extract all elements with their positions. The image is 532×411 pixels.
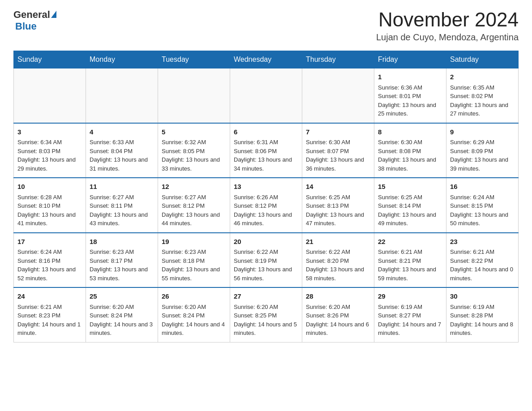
day-info: Sunrise: 6:19 AM Sunset: 8:27 PM Dayligh… [378, 303, 442, 338]
day-number: 10 [17, 182, 82, 192]
day-number: 27 [234, 291, 298, 302]
calendar-cell: 15Sunrise: 6:25 AM Sunset: 8:14 PM Dayli… [374, 178, 446, 233]
day-info: Sunrise: 6:21 AM Sunset: 8:22 PM Dayligh… [450, 248, 515, 283]
day-number: 26 [162, 291, 226, 302]
day-number: 22 [378, 237, 442, 247]
calendar-cell: 24Sunrise: 6:21 AM Sunset: 8:23 PM Dayli… [14, 287, 86, 342]
calendar-cell: 7Sunrise: 6:30 AM Sunset: 8:07 PM Daylig… [302, 123, 374, 178]
day-number: 24 [17, 291, 82, 302]
column-header-friday: Friday [374, 51, 446, 68]
day-info: Sunrise: 6:20 AM Sunset: 8:24 PM Dayligh… [162, 303, 226, 338]
day-info: Sunrise: 6:35 AM Sunset: 8:02 PM Dayligh… [450, 83, 515, 118]
day-info: Sunrise: 6:32 AM Sunset: 8:05 PM Dayligh… [162, 138, 226, 173]
logo-triangle-icon [51, 11, 56, 18]
calendar-cell: 17Sunrise: 6:24 AM Sunset: 8:16 PM Dayli… [14, 233, 86, 288]
day-info: Sunrise: 6:30 AM Sunset: 8:07 PM Dayligh… [306, 138, 370, 173]
column-header-tuesday: Tuesday [158, 51, 230, 68]
day-info: Sunrise: 6:20 AM Sunset: 8:26 PM Dayligh… [306, 303, 370, 338]
title-area: November 2024 Lujan de Cuyo, Mendoza, Ar… [376, 9, 519, 43]
calendar-cell: 3Sunrise: 6:34 AM Sunset: 8:03 PM Daylig… [14, 123, 86, 178]
calendar-cell: 5Sunrise: 6:32 AM Sunset: 8:05 PM Daylig… [158, 123, 230, 178]
day-info: Sunrise: 6:30 AM Sunset: 8:08 PM Dayligh… [378, 138, 442, 173]
day-info: Sunrise: 6:25 AM Sunset: 8:13 PM Dayligh… [306, 193, 370, 228]
calendar-cell: 1Sunrise: 6:36 AM Sunset: 8:01 PM Daylig… [374, 68, 446, 123]
day-number: 6 [234, 127, 298, 137]
calendar-cell: 11Sunrise: 6:27 AM Sunset: 8:11 PM Dayli… [86, 178, 158, 233]
day-info: Sunrise: 6:21 AM Sunset: 8:23 PM Dayligh… [17, 303, 82, 338]
day-info: Sunrise: 6:21 AM Sunset: 8:21 PM Dayligh… [378, 248, 442, 283]
day-info: Sunrise: 6:31 AM Sunset: 8:06 PM Dayligh… [234, 138, 298, 173]
calendar-cell: 4Sunrise: 6:33 AM Sunset: 8:04 PM Daylig… [86, 123, 158, 178]
day-number: 12 [162, 182, 226, 192]
calendar-cell: 12Sunrise: 6:27 AM Sunset: 8:12 PM Dayli… [158, 178, 230, 233]
calendar-cell [86, 68, 158, 123]
day-info: Sunrise: 6:28 AM Sunset: 8:10 PM Dayligh… [17, 193, 82, 228]
day-info: Sunrise: 6:19 AM Sunset: 8:28 PM Dayligh… [450, 303, 515, 338]
calendar-week-row: 10Sunrise: 6:28 AM Sunset: 8:10 PM Dayli… [14, 178, 519, 233]
calendar-cell: 2Sunrise: 6:35 AM Sunset: 8:02 PM Daylig… [446, 68, 519, 123]
day-number: 14 [306, 182, 370, 192]
column-header-thursday: Thursday [302, 51, 374, 68]
day-info: Sunrise: 6:36 AM Sunset: 8:01 PM Dayligh… [378, 83, 442, 118]
logo: General Blue [13, 9, 56, 32]
day-info: Sunrise: 6:20 AM Sunset: 8:24 PM Dayligh… [90, 303, 154, 338]
day-info: Sunrise: 6:27 AM Sunset: 8:11 PM Dayligh… [90, 193, 154, 228]
day-info: Sunrise: 6:34 AM Sunset: 8:03 PM Dayligh… [17, 138, 82, 173]
day-number: 7 [306, 127, 370, 137]
day-info: Sunrise: 6:20 AM Sunset: 8:25 PM Dayligh… [234, 303, 298, 338]
day-info: Sunrise: 6:33 AM Sunset: 8:04 PM Dayligh… [90, 138, 154, 173]
day-number: 29 [378, 291, 442, 302]
calendar-cell: 29Sunrise: 6:19 AM Sunset: 8:27 PM Dayli… [374, 287, 446, 342]
day-number: 3 [17, 127, 82, 137]
calendar-header-row: SundayMondayTuesdayWednesdayThursdayFrid… [14, 51, 519, 68]
calendar-cell: 19Sunrise: 6:23 AM Sunset: 8:18 PM Dayli… [158, 233, 230, 288]
day-number: 23 [450, 237, 515, 247]
calendar-table: SundayMondayTuesdayWednesdayThursdayFrid… [13, 51, 519, 342]
day-number: 2 [450, 72, 515, 82]
day-info: Sunrise: 6:22 AM Sunset: 8:20 PM Dayligh… [306, 248, 370, 283]
day-number: 9 [450, 127, 515, 137]
calendar-cell: 9Sunrise: 6:29 AM Sunset: 8:09 PM Daylig… [446, 123, 519, 178]
day-info: Sunrise: 6:29 AM Sunset: 8:09 PM Dayligh… [450, 138, 515, 173]
column-header-monday: Monday [86, 51, 158, 68]
day-info: Sunrise: 6:26 AM Sunset: 8:12 PM Dayligh… [234, 193, 298, 228]
day-info: Sunrise: 6:23 AM Sunset: 8:17 PM Dayligh… [90, 248, 154, 283]
calendar-week-row: 1Sunrise: 6:36 AM Sunset: 8:01 PM Daylig… [14, 68, 519, 123]
calendar-cell: 26Sunrise: 6:20 AM Sunset: 8:24 PM Dayli… [158, 287, 230, 342]
calendar-cell: 6Sunrise: 6:31 AM Sunset: 8:06 PM Daylig… [230, 123, 302, 178]
day-number: 13 [234, 182, 298, 192]
day-info: Sunrise: 6:23 AM Sunset: 8:18 PM Dayligh… [162, 248, 226, 283]
day-info: Sunrise: 6:24 AM Sunset: 8:15 PM Dayligh… [450, 193, 515, 228]
day-number: 8 [378, 127, 442, 137]
calendar-cell: 20Sunrise: 6:22 AM Sunset: 8:19 PM Dayli… [230, 233, 302, 288]
calendar-week-row: 17Sunrise: 6:24 AM Sunset: 8:16 PM Dayli… [14, 233, 519, 288]
calendar-cell: 25Sunrise: 6:20 AM Sunset: 8:24 PM Dayli… [86, 287, 158, 342]
calendar-cell [302, 68, 374, 123]
day-number: 11 [90, 182, 154, 192]
day-number: 17 [17, 237, 82, 247]
day-number: 1 [378, 72, 442, 82]
page-header: General Blue November 2024 Lujan de Cuyo… [13, 9, 519, 43]
day-info: Sunrise: 6:25 AM Sunset: 8:14 PM Dayligh… [378, 193, 442, 228]
calendar-cell: 18Sunrise: 6:23 AM Sunset: 8:17 PM Dayli… [86, 233, 158, 288]
day-number: 4 [90, 127, 154, 137]
calendar-cell: 14Sunrise: 6:25 AM Sunset: 8:13 PM Dayli… [302, 178, 374, 233]
month-title: November 2024 [376, 9, 519, 30]
day-number: 25 [90, 291, 154, 302]
calendar-cell: 16Sunrise: 6:24 AM Sunset: 8:15 PM Dayli… [446, 178, 519, 233]
day-number: 30 [450, 291, 515, 302]
logo-general-text: General [13, 9, 50, 21]
calendar-cell: 21Sunrise: 6:22 AM Sunset: 8:20 PM Dayli… [302, 233, 374, 288]
calendar-cell: 28Sunrise: 6:20 AM Sunset: 8:26 PM Dayli… [302, 287, 374, 342]
calendar-cell: 10Sunrise: 6:28 AM Sunset: 8:10 PM Dayli… [14, 178, 86, 233]
day-number: 5 [162, 127, 226, 137]
calendar-cell: 30Sunrise: 6:19 AM Sunset: 8:28 PM Dayli… [446, 287, 519, 342]
calendar-cell [230, 68, 302, 123]
calendar-cell [14, 68, 86, 123]
day-number: 16 [450, 182, 515, 192]
column-header-wednesday: Wednesday [230, 51, 302, 68]
day-number: 18 [90, 237, 154, 247]
calendar-cell: 8Sunrise: 6:30 AM Sunset: 8:08 PM Daylig… [374, 123, 446, 178]
location-title: Lujan de Cuyo, Mendoza, Argentina [376, 32, 519, 43]
calendar-cell [158, 68, 230, 123]
